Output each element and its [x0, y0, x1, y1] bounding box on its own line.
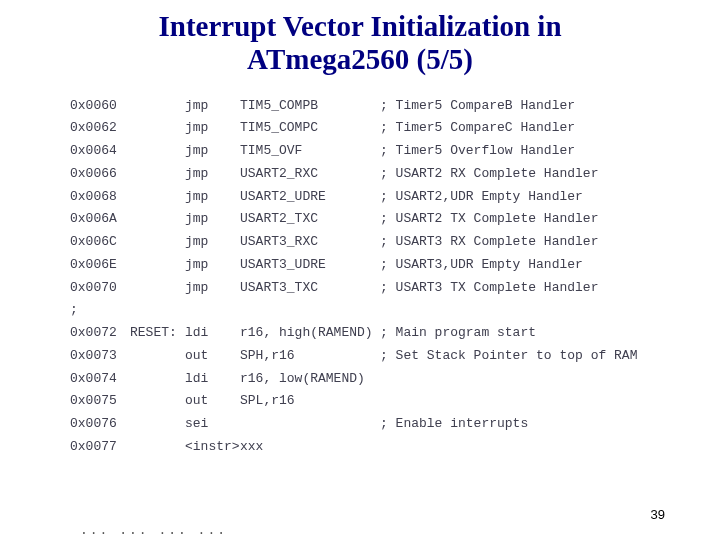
addr-col: ; [70, 299, 130, 322]
comment-col: ; Main program start [380, 322, 536, 345]
asm-row: 0x0060jmpTIM5_COMPB; Timer5 CompareB Han… [70, 95, 720, 118]
instr-col: ldi [185, 368, 240, 391]
addr-col: 0x0060 [70, 95, 130, 118]
operand-col: USART2_RXC [240, 163, 380, 186]
operand-col: USART2_UDRE [240, 186, 380, 209]
comment-col: ; USART2 RX Complete Handler [380, 163, 598, 186]
operand-col: r16, low(RAMEND) [240, 368, 380, 391]
asm-row: 0x0072RESET:ldir16, high(RAMEND); Main p… [70, 322, 720, 345]
operand-col: USART3_TXC [240, 277, 380, 300]
addr-col: 0x0064 [70, 140, 130, 163]
instr-col: jmp [185, 254, 240, 277]
page-number: 39 [651, 507, 665, 522]
instr-col: jmp [185, 186, 240, 209]
instr-col: jmp [185, 231, 240, 254]
addr-col: 0x0074 [70, 368, 130, 391]
asm-row: 0x0070jmpUSART3_TXC; USART3 TX Complete … [70, 277, 720, 300]
comment-col: ; USART2,UDR Empty Handler [380, 186, 583, 209]
comment-col: ; USART3 TX Complete Handler [380, 277, 598, 300]
comment-col: ; Timer5 CompareC Handler [380, 117, 575, 140]
instr-col: jmp [185, 140, 240, 163]
addr-col: 0x0073 [70, 345, 130, 368]
addr-col: 0x0062 [70, 117, 130, 140]
ellipses-row: ... ... ... ... [80, 523, 227, 538]
operand-col: USART3_UDRE [240, 254, 380, 277]
asm-row: 0x0074ldir16, low(RAMEND) [70, 368, 720, 391]
asm-row: 0x0073outSPH,r16; Set Stack Pointer to t… [70, 345, 720, 368]
operand-col: TIM5_COMPC [240, 117, 380, 140]
asm-row: 0x0075outSPL,r16 [70, 390, 720, 413]
asm-row: 0x006CjmpUSART3_RXC; USART3 RX Complete … [70, 231, 720, 254]
instr-col: jmp [185, 277, 240, 300]
asm-row: 0x0062jmpTIM5_COMPC; Timer5 CompareC Han… [70, 117, 720, 140]
instr-col: <instr> [185, 436, 240, 459]
label-col: RESET: [130, 322, 185, 345]
asm-row: 0x006EjmpUSART3_UDRE; USART3,UDR Empty H… [70, 254, 720, 277]
addr-col: 0x0068 [70, 186, 130, 209]
instr-col: sei [185, 413, 240, 436]
title-line-1: Interrupt Vector Initialization in [0, 10, 720, 43]
operand-col: USART2_TXC [240, 208, 380, 231]
asm-listing: 0x0060jmpTIM5_COMPB; Timer5 CompareB Han… [70, 95, 720, 459]
title-line-2: ATmega2560 (5/5) [0, 43, 720, 76]
addr-col: 0x0070 [70, 277, 130, 300]
addr-col: 0x0076 [70, 413, 130, 436]
operand-col: SPL,r16 [240, 390, 380, 413]
operand-col: r16, high(RAMEND) [240, 322, 380, 345]
addr-col: 0x0075 [70, 390, 130, 413]
instr-col: jmp [185, 117, 240, 140]
comment-col: ; Timer5 Overflow Handler [380, 140, 575, 163]
slide-title: Interrupt Vector Initialization in ATmeg… [0, 0, 720, 77]
instr-col: out [185, 345, 240, 368]
operand-col: TIM5_OVF [240, 140, 380, 163]
instr-col: ldi [185, 322, 240, 345]
instr-col: jmp [185, 95, 240, 118]
comment-col: ; Set Stack Pointer to top of RAM [380, 345, 637, 368]
instr-col: jmp [185, 163, 240, 186]
addr-col: 0x0066 [70, 163, 130, 186]
asm-row: 0x006AjmpUSART2_TXC; USART2 TX Complete … [70, 208, 720, 231]
instr-col: jmp [185, 208, 240, 231]
addr-col: 0x006A [70, 208, 130, 231]
comment-col: ; Timer5 CompareB Handler [380, 95, 575, 118]
comment-col: ; Enable interrupts [380, 413, 528, 436]
asm-row: 0x0068jmpUSART2_UDRE; USART2,UDR Empty H… [70, 186, 720, 209]
comment-col: ; USART3,UDR Empty Handler [380, 254, 583, 277]
comment-col: ; USART3 RX Complete Handler [380, 231, 598, 254]
instr-col: out [185, 390, 240, 413]
asm-row: ; [70, 299, 720, 322]
addr-col: 0x006E [70, 254, 130, 277]
addr-col: 0x0077 [70, 436, 130, 459]
operand-col: USART3_RXC [240, 231, 380, 254]
asm-row: 0x0064jmpTIM5_OVF; Timer5 Overflow Handl… [70, 140, 720, 163]
asm-row: 0x0066jmpUSART2_RXC; USART2 RX Complete … [70, 163, 720, 186]
asm-row: 0x0076sei; Enable interrupts [70, 413, 720, 436]
operand-col: TIM5_COMPB [240, 95, 380, 118]
comment-col: ; USART2 TX Complete Handler [380, 208, 598, 231]
asm-row: 0x0077<instr>xxx [70, 436, 720, 459]
addr-col: 0x006C [70, 231, 130, 254]
operand-col: xxx [240, 436, 380, 459]
addr-col: 0x0072 [70, 322, 130, 345]
operand-col: SPH,r16 [240, 345, 380, 368]
